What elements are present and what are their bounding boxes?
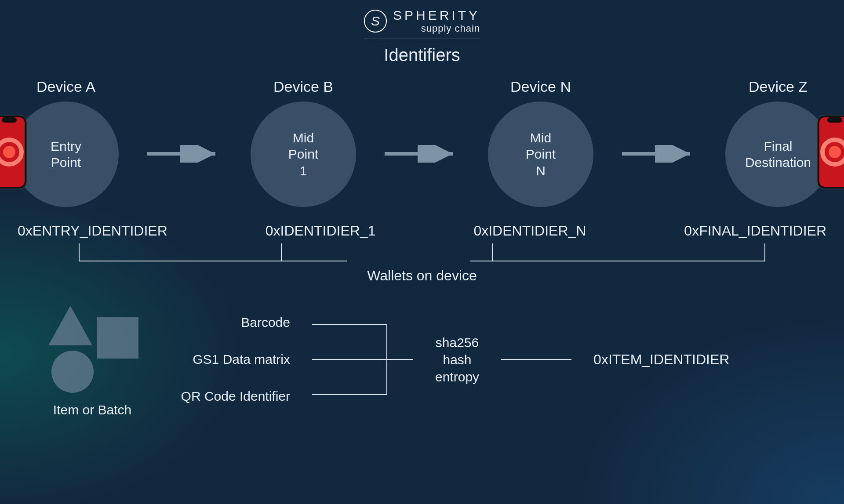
device-z-label: Device Z	[749, 78, 808, 95]
node-final: Device Z FinalDestination	[725, 78, 831, 207]
entry-point-circle: EntryPoint	[13, 102, 119, 207]
phone-icon	[0, 115, 27, 189]
shapes-group: Item or Batch	[44, 301, 141, 417]
wallets-label: Wallets on device	[361, 268, 483, 284]
id-type-qr: QR Code Identifier	[163, 389, 290, 404]
midn-identifier: 0xIDENTIDIER_N	[473, 223, 586, 239]
final-identifier: 0xFINAL_IDENTIDIER	[684, 223, 826, 239]
id-type-gs1: GS1 Data matrix	[163, 352, 290, 367]
svg-point-21	[51, 351, 94, 393]
item-identifier: 0xITEM_IDENTIDIER	[593, 352, 729, 368]
brand-subtitle: supply chain	[393, 23, 480, 34]
page-title: Identifiers	[0, 45, 844, 65]
svg-rect-20	[97, 317, 138, 359]
phone-icon	[817, 115, 844, 189]
converge-connector	[312, 309, 413, 410]
id-types-list: Barcode GS1 Data matrix QR Code Identifi…	[163, 315, 290, 404]
device-a-label: Device A	[36, 78, 95, 95]
arrow-icon	[145, 145, 224, 163]
flow-row: Device A EntryPoint Device B MidPoint1 D…	[0, 78, 844, 207]
mid-point-n-circle: MidPointN	[488, 102, 593, 207]
logo: S SPHERITY supply chain	[364, 8, 480, 39]
device-n-label: Device N	[510, 78, 571, 95]
id-type-barcode: Barcode	[163, 315, 290, 330]
svg-marker-19	[48, 306, 92, 345]
svg-point-3	[3, 146, 15, 158]
bottom-section: Item or Batch Barcode GS1 Data matrix QR…	[0, 284, 844, 417]
svg-rect-4	[2, 117, 17, 123]
brand-name: SPHERITY	[393, 8, 480, 23]
spherity-logo-icon: S	[364, 10, 387, 33]
node-mid-1: Device B MidPoint1	[251, 78, 356, 207]
shapes-label: Item or Batch	[53, 402, 131, 417]
svg-point-11	[829, 146, 841, 158]
node-mid-n: Device N MidPointN	[488, 78, 593, 207]
final-destination-circle: FinalDestination	[725, 102, 831, 207]
device-b-label: Device B	[273, 78, 333, 95]
header: S SPHERITY supply chain Identifiers	[0, 0, 844, 65]
identifier-row: 0xENTRY_IDENTIDIER 0xIDENTIDIER_1 0xIDEN…	[0, 223, 844, 239]
mid-point-1-circle: MidPoint1	[251, 102, 356, 207]
node-entry: Device A EntryPoint	[13, 78, 119, 207]
mid1-identifier: 0xIDENTIDIER_1	[266, 223, 376, 239]
arrow-icon	[382, 145, 462, 163]
shapes-icon	[44, 301, 141, 394]
arrow-icon	[620, 145, 699, 163]
hash-label: sha256hashentropy	[435, 334, 479, 385]
entry-identifier: 0xENTRY_IDENTIDIER	[18, 223, 167, 239]
svg-rect-12	[827, 117, 842, 123]
line-connector	[501, 355, 571, 364]
